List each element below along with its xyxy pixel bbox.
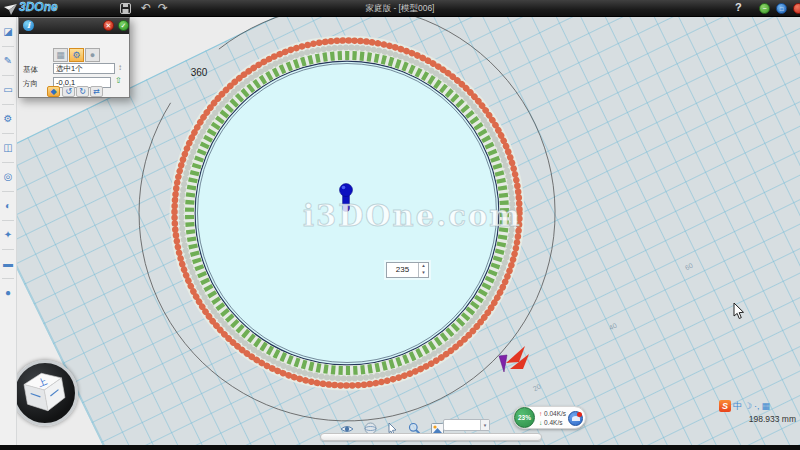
- swap-direction-icon[interactable]: ⇄: [90, 86, 103, 97]
- sogou-logo-icon[interactable]: S: [719, 400, 731, 412]
- memory-percent-ball[interactable]: 23%: [514, 407, 535, 428]
- window-title: 家庭版 - [模型006]: [0, 3, 800, 15]
- view-navigation-ball[interactable]: 上: [12, 360, 78, 426]
- dialog-header[interactable]: i ✕ ✓: [19, 18, 129, 34]
- sphere-tool-icon[interactable]: ●: [0, 283, 16, 305]
- network-speed-widget[interactable]: 23% ↑ 0.04K/s ↓ 0.4K/s: [513, 406, 586, 429]
- booster-ball-icon[interactable]: [568, 411, 583, 426]
- settings-gear-icon[interactable]: ⚙: [0, 109, 16, 131]
- combo-dropdown-icon[interactable]: ▾: [480, 420, 489, 430]
- angle-cone-handle[interactable]: [499, 355, 507, 372]
- mouse-pointer-icon: [733, 303, 745, 324]
- dimension-label: 360: [179, 67, 219, 78]
- download-speed: 0.4K/s: [544, 419, 562, 426]
- cursor-position-readout: 198.933 mm: [676, 414, 796, 424]
- image-tool-icon[interactable]: ◪: [0, 22, 16, 44]
- view-combobox[interactable]: ▾: [443, 419, 490, 431]
- collapse-icon[interactable]: ↕: [118, 63, 122, 72]
- direction-label: 方向: [23, 79, 38, 89]
- upload-speed: 0.04K/s: [544, 410, 566, 417]
- navigation-cube[interactable]: 上: [10, 359, 80, 429]
- target-icon[interactable]: ◎: [0, 167, 16, 189]
- upload-arrow-icon: ↑: [539, 410, 542, 417]
- download-arrow-icon: ↓: [539, 419, 542, 426]
- ime-keyboard-icon[interactable]: ▦: [762, 400, 771, 412]
- watermark: i3DOne.com: [303, 199, 533, 233]
- base-label: 基体: [23, 65, 38, 75]
- ime-lang-mode-icon[interactable]: 中: [733, 400, 742, 412]
- dialog-confirm-button[interactable]: ✓: [118, 20, 129, 31]
- shade-mode-icon[interactable]: ◐: [0, 196, 16, 218]
- help-button[interactable]: ?: [735, 1, 742, 13]
- sketch-pencil-icon[interactable]: ✎: [0, 51, 16, 73]
- dialog-cancel-button[interactable]: ✕: [103, 20, 114, 31]
- center-pin-head[interactable]: [340, 184, 353, 197]
- rotate-cw-icon[interactable]: ↻: [76, 86, 89, 97]
- spinner-down-icon[interactable]: ▼: [419, 270, 428, 277]
- close-button[interactable]: [793, 3, 800, 14]
- horizontal-scrollbar[interactable]: [320, 433, 542, 441]
- spinner-up-icon[interactable]: ▲: [419, 263, 428, 270]
- info-icon: i: [23, 20, 34, 31]
- ime-fullwidth-moon-icon[interactable]: ☽: [744, 400, 752, 412]
- minimize-button[interactable]: −: [759, 3, 770, 14]
- viewport-canvas[interactable]: 360 20 40 60 i3DOne.com 235 ▲ ▼ ▾: [17, 17, 800, 445]
- side-toolbar: ◪ ✎ ▭ ⚙ ◫ ◎ ◐ ✦ ▬ ●: [0, 17, 17, 445]
- spinner-value[interactable]: 235: [387, 263, 418, 277]
- solid-box-icon[interactable]: ◫: [0, 138, 16, 160]
- base-field[interactable]: 选中1个: [53, 63, 115, 74]
- pin-highlight: [342, 186, 346, 190]
- rotate-ccw-icon[interactable]: ↺: [62, 86, 75, 97]
- maximize-button[interactable]: □: [776, 3, 787, 14]
- spinner-buttons[interactable]: ▲ ▼: [418, 263, 428, 277]
- mode-fillet-icon[interactable]: ◆: [47, 86, 60, 97]
- value-spinner[interactable]: 235 ▲ ▼: [386, 262, 429, 278]
- network-speed-text: ↑ 0.04K/s ↓ 0.4K/s: [539, 410, 566, 427]
- tab-option-3[interactable]: ●: [85, 48, 100, 62]
- ime-status-bar[interactable]: S 中 ☽ ·, ▦: [719, 399, 770, 412]
- apply-direction-icon[interactable]: ⇧: [115, 76, 122, 85]
- tab-option-1[interactable]: ▦: [53, 48, 68, 62]
- tab-option-2[interactable]: ⚙: [69, 48, 84, 62]
- title-bar: 3DOne ↶ ↷ 家庭版 - [模型006] ? − □: [0, 0, 800, 17]
- operation-dialog: i ✕ ✓ ▦ ⚙ ● 基体 选中1个 ↕ 方向 -0,0,1 ⇧ ◆ ↺ ↻ …: [18, 17, 130, 98]
- taskbar-edge: [0, 445, 800, 450]
- ime-punctuation-icon[interactable]: ·,: [754, 400, 760, 412]
- plane-bar-icon[interactable]: ▬: [0, 254, 16, 276]
- combo-value[interactable]: [444, 420, 480, 430]
- spark-icon[interactable]: ✦: [0, 225, 16, 247]
- display-panel-icon[interactable]: ▭: [0, 80, 16, 102]
